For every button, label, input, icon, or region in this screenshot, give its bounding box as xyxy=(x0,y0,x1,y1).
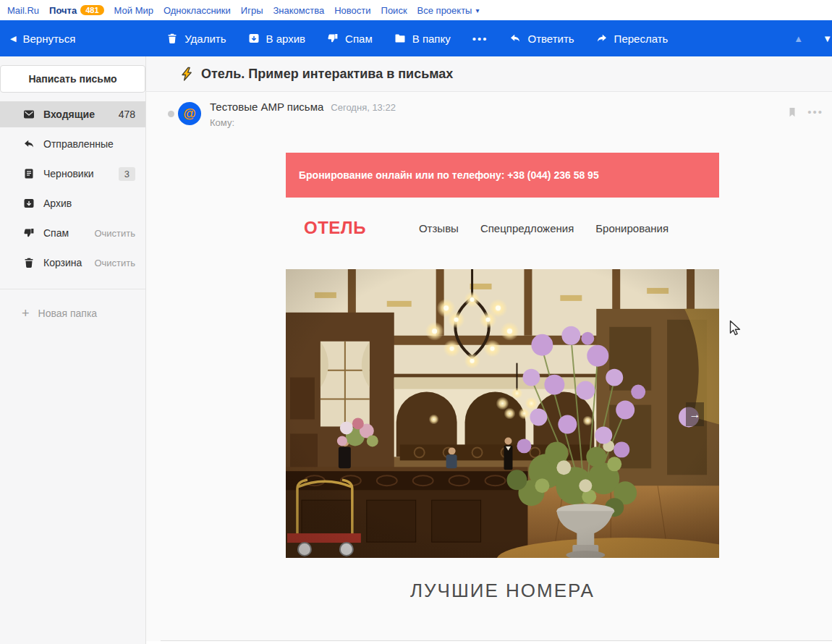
reply-area-strip xyxy=(146,641,832,644)
nav-mailru-link[interactable]: Mail.Ru xyxy=(7,5,39,16)
message-menu-dots[interactable]: ••• xyxy=(807,106,823,118)
email-body: Бронирование онлайн или по телефону: +38… xyxy=(286,153,719,602)
hotel-logo[interactable]: ОТЕЛЬ xyxy=(304,218,366,238)
drafts-count-badge: 3 xyxy=(119,167,135,181)
hotel-nav-reviews[interactable]: Отзывы xyxy=(419,222,459,234)
section-title: ЛУЧШИЕ НОМЕРА xyxy=(286,580,719,602)
spam-thumbs-down-icon xyxy=(23,227,35,239)
new-folder-button[interactable]: + Новая папка xyxy=(22,308,145,319)
message-subject-row: Отель. Пример интерактива в письмах xyxy=(146,56,832,92)
hotel-nav-items: Отзывы Спецпредложения Бронирования xyxy=(419,222,668,234)
trash-icon xyxy=(166,33,178,44)
archive-icon xyxy=(248,33,260,44)
thumbs-down-icon xyxy=(327,33,339,44)
nav-pochta-link[interactable]: Почта 481 xyxy=(49,5,103,16)
message-header: @ Тестовые AMP письмаСегодня, 13:22 Кому… xyxy=(146,92,832,153)
folder-icon xyxy=(394,33,406,44)
reply-button[interactable]: Ответить xyxy=(509,33,574,45)
sidebar-divider xyxy=(0,289,145,289)
sidebar-item-inbox[interactable]: Входящие 478 xyxy=(0,101,145,127)
portal-nav: Mail.Ru Почта 481 Мой Мир Одноклассники … xyxy=(0,0,832,20)
back-button[interactable]: ◀ Вернуться xyxy=(10,33,75,45)
sidebar-item-sent[interactable]: Отправленные xyxy=(0,131,145,157)
sender-avatar: @ xyxy=(178,102,201,125)
hotel-nav-bookings[interactable]: Бронирования xyxy=(595,222,668,234)
message-date: Сегодня, 13:22 xyxy=(331,102,396,113)
archive-box-icon xyxy=(23,198,35,209)
archive-button[interactable]: В архив xyxy=(248,33,306,45)
hotel-lobby-photo: → xyxy=(286,269,719,558)
inbox-count: 478 xyxy=(119,109,135,120)
arrow-right-icon: → xyxy=(689,408,701,421)
message-toolbar: ◀ Вернуться Удалить В архив Спам В папк xyxy=(0,20,832,56)
reply-arrow-icon xyxy=(509,33,521,44)
carousel-next-button[interactable]: → xyxy=(686,402,704,426)
nav-igry-link[interactable]: Игры xyxy=(241,5,263,16)
sidebar-item-spam[interactable]: Спам Очистить xyxy=(0,220,145,246)
delete-button[interactable]: Удалить xyxy=(166,33,226,45)
back-icon: ◀ xyxy=(10,34,16,43)
folders-sidebar: Написать письмо Входящие 478 Отправленны… xyxy=(0,56,146,644)
forward-arrow-icon xyxy=(596,33,608,44)
caret-down-icon: ▾ xyxy=(475,7,479,14)
hotel-lobby-illustration xyxy=(286,269,719,558)
sidebar-item-trash[interactable]: Корзина Очистить xyxy=(0,250,145,276)
hotel-nav-offers[interactable]: Спецпредложения xyxy=(480,222,574,234)
nav-poisk-link[interactable]: Поиск xyxy=(381,5,407,16)
message-pane: Отель. Пример интерактива в письмах @ Те… xyxy=(146,56,832,644)
nav-znakomstva-link[interactable]: Знакомства xyxy=(273,5,325,16)
sender-name: Тестовые AMP письмаСегодня, 13:22 xyxy=(210,101,396,113)
sidebar-item-drafts[interactable]: Черновики 3 xyxy=(0,161,145,187)
nav-novosti-link[interactable]: Новости xyxy=(334,5,370,16)
clear-spam-link[interactable]: Очистить xyxy=(94,228,135,239)
booking-online-link[interactable]: онлайн xyxy=(375,169,412,181)
recipient-label: Кому: xyxy=(210,117,234,128)
lightning-amp-icon xyxy=(179,67,194,81)
prev-message-icon[interactable]: ▲ xyxy=(794,33,803,44)
forward-button[interactable]: Переслать xyxy=(596,33,668,45)
inbox-envelope-icon xyxy=(23,109,35,120)
next-message-icon[interactable]: ▼ xyxy=(823,33,832,44)
booking-banner: Бронирование онлайн или по телефону: +38… xyxy=(286,153,719,198)
compose-button[interactable]: Написать письмо xyxy=(0,65,145,93)
clear-trash-link[interactable]: Очистить xyxy=(94,258,135,268)
hotel-nav: ОТЕЛЬ Отзывы Спецпредложения Бронировани… xyxy=(286,206,719,250)
app-body: Написать письмо Входящие 478 Отправленны… xyxy=(0,56,832,644)
plus-icon: + xyxy=(22,308,30,318)
unread-count-badge: 481 xyxy=(80,5,103,15)
sidebar-item-archive[interactable]: Архив xyxy=(0,190,145,216)
toolbar-pager: ▲ ▼ xyxy=(794,33,832,44)
sent-reply-icon xyxy=(23,138,35,150)
more-actions-button[interactable]: ••• xyxy=(472,33,488,45)
nav-moymir-link[interactable]: Мой Мир xyxy=(114,5,153,16)
bookmark-flag-icon[interactable] xyxy=(786,106,798,118)
trash-bin-icon xyxy=(23,257,35,268)
message-subject: Отель. Пример интерактива в письмах xyxy=(201,67,453,82)
nav-odnoklassniki-link[interactable]: Одноклассники xyxy=(164,5,231,16)
toolbar-actions: Удалить В архив Спам В папку ••• Ответит xyxy=(166,33,668,45)
unread-dot xyxy=(168,111,174,117)
move-to-folder-button[interactable]: В папку xyxy=(394,33,451,45)
drafts-document-icon xyxy=(23,168,35,179)
nav-all-projects-link[interactable]: Все проекты ▾ xyxy=(417,5,480,16)
spam-button[interactable]: Спам xyxy=(327,33,373,45)
